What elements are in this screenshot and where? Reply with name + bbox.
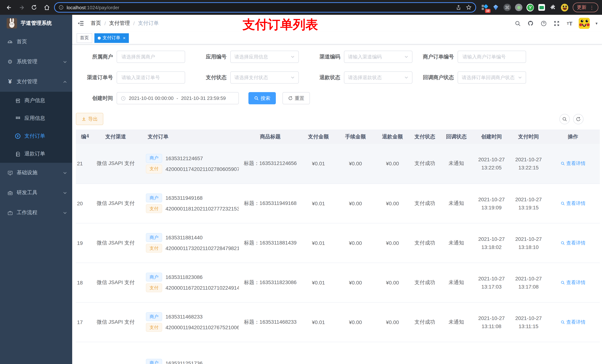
sidebar-item-merchant-info[interactable]: 商户信息 [0,92,72,110]
refresh-button[interactable] [573,114,583,124]
magnifier-icon [560,280,565,285]
toolbox-icon [7,190,13,196]
cell-title: 标题：1635311881439 [239,223,302,263]
view-detail-link[interactable]: 查看详情 [560,160,586,167]
user-avatar[interactable] [579,18,590,29]
help-icon[interactable] [540,20,547,27]
table-row[interactable]: 18 微信 JSAPI 支付 商户 1635311823086 支付 42000… [76,263,600,302]
pay-tag: 支付 [146,283,162,292]
page-annotation: 支付订单列表 [243,16,318,33]
chevron-down-icon [63,60,67,64]
sidebar-item-refund-order[interactable]: 退款订单 [0,145,72,163]
sidebar-item-infra[interactable]: 基础设施 [0,163,72,183]
dashboard-icon [7,39,13,45]
view-detail-link[interactable]: 查看详情 [560,319,586,325]
pay-order-no: 4200001167202110271022491439 [165,285,239,291]
profile-avatar-icon[interactable] [561,4,568,11]
forward-icon[interactable] [16,2,27,13]
back-icon[interactable] [4,2,14,13]
view-detail-link[interactable]: 查看详情 [560,279,586,286]
table-row[interactable]: 19 微信 JSAPI 支付 商户 1635311881440 支付 42000… [76,223,600,263]
show-search-button[interactable] [559,114,570,124]
sidebar-item-home[interactable]: 首页 [0,32,72,52]
sidebar-logo[interactable]: 芋道管理系统 [0,15,72,32]
date-range-picker[interactable]: 2021-10-01 00:00:00 - 2021-10-31 23:59:5… [117,92,239,104]
chrome-menu-dots-icon[interactable]: ⋮ [589,5,594,10]
sidebar-item-app-info[interactable]: 应用信息 [0,110,72,127]
home-icon[interactable] [42,2,52,13]
search-button[interactable]: 搜索 [248,92,276,104]
merchant-input[interactable] [117,51,185,63]
breadcrumb-payment[interactable]: 支付管理 [109,20,130,27]
app-select[interactable]: 请选择应用信息 [230,51,299,63]
pay-status-select[interactable]: 请选择支付状态 [230,71,299,83]
address-bar[interactable]: localhost:1024/pay/order [54,2,476,13]
table-row-partial[interactable]: 商户 1635311251736 [76,342,600,364]
site-info-icon[interactable] [58,5,64,10]
sidebar-item-devtools[interactable]: 研发工具 [0,183,72,203]
tag-home[interactable]: 首页 [77,33,92,43]
tag-pay-order[interactable]: 支付订单 × [94,33,129,43]
chrome-update-button[interactable]: 更新 ⋮ [573,3,598,12]
extension-tiles-icon[interactable]: 10 [481,4,488,11]
refund-status-select[interactable]: 请选择退款状态 [344,71,412,83]
table-row[interactable]: 17 微信 JSAPI 支付 商户 1635311468233 支付 42000… [76,302,600,342]
table-row[interactable]: 21 微信 JSAPI 支付 商户 1635312124657 支付 42000… [76,144,600,184]
cell-notify-status: 未通知 [441,263,472,302]
notify-status-select[interactable]: 请选择订单回调商户状态 [458,71,526,83]
extension-dot-icon[interactable] [515,4,522,11]
cell-pay-time: 2021-10-27 13:11:15 [511,302,546,342]
merchant-order-no-input[interactable] [458,51,526,63]
tag-close-icon[interactable]: × [123,35,126,41]
export-button[interactable]: 导出 [76,113,103,125]
extension-gem-icon[interactable] [492,4,499,11]
github-icon[interactable] [527,20,534,27]
breadcrumb-home[interactable]: 首页 [91,20,101,27]
hamburger-icon[interactable] [77,19,85,27]
merchant-order-no: 1635311949168 [165,195,203,201]
cell-refund: ¥0.00 [376,263,409,302]
url-host: localhost [67,5,86,10]
sidebar-item-system[interactable]: ⚙ 系统管理 [0,52,72,72]
reset-button[interactable]: 重置 [282,92,310,104]
extensions-puzzle-icon[interactable] [549,4,557,11]
sidebar-item-workflow[interactable]: 工作流程 [0,203,72,223]
pay-tag: 支付 [146,323,162,332]
channel-code-select[interactable]: 请输入渠道编码 [344,51,412,63]
font-size-icon[interactable]: TT [566,20,573,27]
cell-amount: ¥0.01 [302,223,335,263]
cell-refund: ¥0.00 [376,184,409,223]
magnifier-icon [560,201,565,206]
bookmark-star-icon[interactable] [466,4,472,10]
avatar-caret-icon[interactable]: ▾ [595,21,598,26]
channel-order-no-input[interactable] [117,71,185,83]
gear-icon: ⚙ [7,59,13,65]
search-icon[interactable] [514,20,521,27]
view-detail-link[interactable]: 查看详情 [560,200,586,207]
cell-refund: ¥0.00 [376,223,409,263]
extension-command-icon[interactable]: ⌘ [504,4,511,11]
merchant-tag: 商户 [146,312,162,321]
reload-icon[interactable] [29,2,39,13]
cell-action: 查看详情 [546,302,600,342]
cell-id: 17 [76,302,89,342]
cell-pay-status: 支付成功 [409,263,441,302]
fullscreen-icon[interactable] [553,20,560,27]
sidebar-item-pay-order[interactable]: ¥ 支付订单 [0,127,72,145]
document-icon [15,151,21,157]
share-icon[interactable] [456,5,461,10]
merchant-tag: 商户 [146,273,162,281]
sidebar-item-payment[interactable]: ¥ 支付管理 [0,72,72,92]
pay-tag: 支付 [146,244,162,253]
filter-refund-status: 退款状态 请选择退款状态 [303,71,412,83]
extension-y-icon[interactable]: Y [527,4,534,11]
yen-icon: ¥ [7,79,13,85]
view-detail-link[interactable]: 查看详情 [560,239,586,246]
magnifier-icon [560,241,565,245]
cell-fee: ¥0.00 [335,223,376,263]
col-title: 商品标题 [239,129,302,144]
cell-order: 商户 1635311881440 支付 42000011732021102728… [142,223,239,263]
table-row[interactable]: 20 微信 JSAPI 支付 商户 1635311949168 支付 42000… [76,184,600,223]
cell-id: 18 [76,263,89,302]
extension-chat-icon[interactable] [538,4,545,11]
